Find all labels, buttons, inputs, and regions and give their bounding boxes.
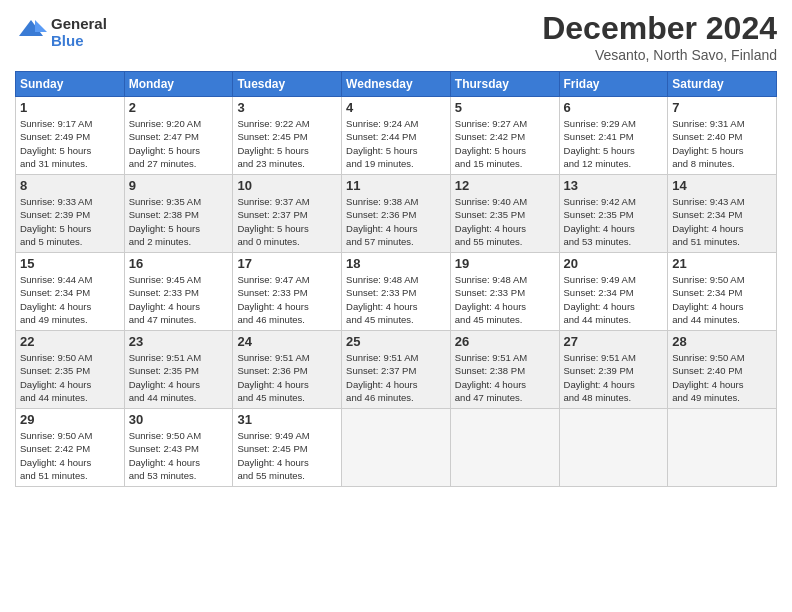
- day-number: 18: [346, 256, 446, 271]
- cell-info: Sunset: 2:45 PM: [237, 442, 337, 455]
- cell-info: Daylight: 4 hours: [129, 378, 229, 391]
- cell-info: Sunrise: 9:49 AM: [237, 429, 337, 442]
- cell-info: Daylight: 4 hours: [237, 300, 337, 313]
- title-block: December 2024 Vesanto, North Savo, Finla…: [542, 10, 777, 63]
- cell-info: Sunset: 2:35 PM: [129, 364, 229, 377]
- cell-info: Daylight: 4 hours: [672, 378, 772, 391]
- cell-info: Sunrise: 9:50 AM: [20, 351, 120, 364]
- cell-info: Sunset: 2:42 PM: [455, 130, 555, 143]
- cell-info: Sunrise: 9:27 AM: [455, 117, 555, 130]
- cell-info: and 49 minutes.: [672, 391, 772, 404]
- calendar-cell: 18Sunrise: 9:48 AMSunset: 2:33 PMDayligh…: [342, 253, 451, 331]
- cell-info: Sunset: 2:40 PM: [672, 130, 772, 143]
- day-number: 25: [346, 334, 446, 349]
- calendar-cell: 26Sunrise: 9:51 AMSunset: 2:38 PMDayligh…: [450, 331, 559, 409]
- calendar-cell: 5Sunrise: 9:27 AMSunset: 2:42 PMDaylight…: [450, 97, 559, 175]
- cell-info: Daylight: 5 hours: [237, 222, 337, 235]
- day-number: 9: [129, 178, 229, 193]
- cell-info: and 53 minutes.: [129, 469, 229, 482]
- cell-info: Sunrise: 9:50 AM: [129, 429, 229, 442]
- cell-info: Daylight: 5 hours: [20, 222, 120, 235]
- cell-info: and 31 minutes.: [20, 157, 120, 170]
- day-number: 14: [672, 178, 772, 193]
- cell-info: and 12 minutes.: [564, 157, 664, 170]
- cell-info: Sunrise: 9:45 AM: [129, 273, 229, 286]
- calendar-table: SundayMondayTuesdayWednesdayThursdayFrid…: [15, 71, 777, 487]
- logo-text: General Blue: [51, 15, 107, 49]
- day-header-saturday: Saturday: [668, 72, 777, 97]
- cell-info: Daylight: 4 hours: [564, 300, 664, 313]
- cell-info: Sunset: 2:44 PM: [346, 130, 446, 143]
- cell-info: Sunset: 2:35 PM: [20, 364, 120, 377]
- cell-info: Sunset: 2:34 PM: [672, 208, 772, 221]
- cell-info: Sunrise: 9:20 AM: [129, 117, 229, 130]
- calendar-cell: [342, 409, 451, 487]
- calendar-body: 1Sunrise: 9:17 AMSunset: 2:49 PMDaylight…: [16, 97, 777, 487]
- cell-info: and 5 minutes.: [20, 235, 120, 248]
- cell-info: Sunrise: 9:44 AM: [20, 273, 120, 286]
- cell-info: Sunrise: 9:43 AM: [672, 195, 772, 208]
- day-number: 19: [455, 256, 555, 271]
- cell-info: and 47 minutes.: [455, 391, 555, 404]
- cell-info: Daylight: 4 hours: [20, 300, 120, 313]
- cell-info: Sunrise: 9:51 AM: [129, 351, 229, 364]
- calendar-header-row: SundayMondayTuesdayWednesdayThursdayFrid…: [16, 72, 777, 97]
- cell-info: Sunset: 2:47 PM: [129, 130, 229, 143]
- cell-info: Daylight: 5 hours: [455, 144, 555, 157]
- cell-info: Sunrise: 9:50 AM: [20, 429, 120, 442]
- calendar-cell: 30Sunrise: 9:50 AMSunset: 2:43 PMDayligh…: [124, 409, 233, 487]
- calendar-cell: 6Sunrise: 9:29 AMSunset: 2:41 PMDaylight…: [559, 97, 668, 175]
- cell-info: Sunrise: 9:29 AM: [564, 117, 664, 130]
- cell-info: and 44 minutes.: [20, 391, 120, 404]
- day-header-tuesday: Tuesday: [233, 72, 342, 97]
- day-number: 5: [455, 100, 555, 115]
- cell-info: Daylight: 4 hours: [129, 456, 229, 469]
- cell-info: Sunset: 2:39 PM: [564, 364, 664, 377]
- cell-info: Daylight: 4 hours: [346, 378, 446, 391]
- cell-info: Daylight: 4 hours: [129, 300, 229, 313]
- cell-info: Sunset: 2:43 PM: [129, 442, 229, 455]
- day-number: 30: [129, 412, 229, 427]
- day-number: 23: [129, 334, 229, 349]
- cell-info: and 48 minutes.: [564, 391, 664, 404]
- cell-info: Daylight: 4 hours: [455, 222, 555, 235]
- cell-info: Sunrise: 9:51 AM: [455, 351, 555, 364]
- day-number: 7: [672, 100, 772, 115]
- calendar-cell: 21Sunrise: 9:50 AMSunset: 2:34 PMDayligh…: [668, 253, 777, 331]
- cell-info: and 8 minutes.: [672, 157, 772, 170]
- cell-info: Sunrise: 9:48 AM: [455, 273, 555, 286]
- calendar-cell: 3Sunrise: 9:22 AMSunset: 2:45 PMDaylight…: [233, 97, 342, 175]
- cell-info: Sunset: 2:33 PM: [237, 286, 337, 299]
- cell-info: and 49 minutes.: [20, 313, 120, 326]
- cell-info: and 46 minutes.: [237, 313, 337, 326]
- day-number: 20: [564, 256, 664, 271]
- cell-info: Daylight: 5 hours: [129, 222, 229, 235]
- calendar-cell: 31Sunrise: 9:49 AMSunset: 2:45 PMDayligh…: [233, 409, 342, 487]
- calendar-week-2: 8Sunrise: 9:33 AMSunset: 2:39 PMDaylight…: [16, 175, 777, 253]
- cell-info: Daylight: 5 hours: [20, 144, 120, 157]
- calendar-week-5: 29Sunrise: 9:50 AMSunset: 2:42 PMDayligh…: [16, 409, 777, 487]
- cell-info: Daylight: 4 hours: [20, 378, 120, 391]
- cell-info: Sunset: 2:42 PM: [20, 442, 120, 455]
- day-number: 3: [237, 100, 337, 115]
- day-number: 26: [455, 334, 555, 349]
- calendar-cell: 14Sunrise: 9:43 AMSunset: 2:34 PMDayligh…: [668, 175, 777, 253]
- cell-info: and 45 minutes.: [455, 313, 555, 326]
- cell-info: Sunrise: 9:48 AM: [346, 273, 446, 286]
- day-number: 8: [20, 178, 120, 193]
- cell-info: Sunset: 2:49 PM: [20, 130, 120, 143]
- cell-info: Sunset: 2:33 PM: [346, 286, 446, 299]
- calendar-cell: 20Sunrise: 9:49 AMSunset: 2:34 PMDayligh…: [559, 253, 668, 331]
- day-number: 12: [455, 178, 555, 193]
- cell-info: and 44 minutes.: [564, 313, 664, 326]
- cell-info: and 19 minutes.: [346, 157, 446, 170]
- calendar-cell: 16Sunrise: 9:45 AMSunset: 2:33 PMDayligh…: [124, 253, 233, 331]
- cell-info: Sunrise: 9:37 AM: [237, 195, 337, 208]
- calendar-cell: 12Sunrise: 9:40 AMSunset: 2:35 PMDayligh…: [450, 175, 559, 253]
- cell-info: and 23 minutes.: [237, 157, 337, 170]
- header: General Blue December 2024 Vesanto, Nort…: [15, 10, 777, 63]
- cell-info: and 55 minutes.: [237, 469, 337, 482]
- calendar-cell: 24Sunrise: 9:51 AMSunset: 2:36 PMDayligh…: [233, 331, 342, 409]
- location: Vesanto, North Savo, Finland: [542, 47, 777, 63]
- cell-info: Sunset: 2:37 PM: [237, 208, 337, 221]
